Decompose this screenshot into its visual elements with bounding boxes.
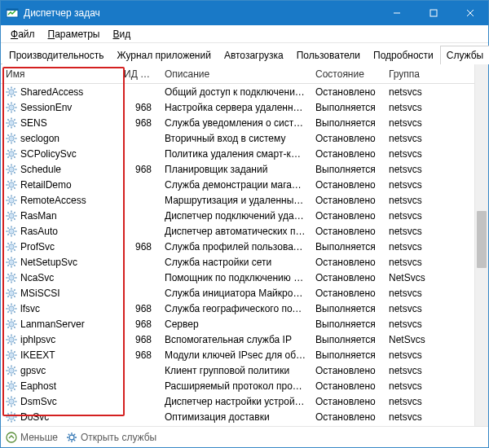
table-row[interactable]: Schedule968Планировщик заданийВыполняетс…	[1, 161, 474, 177]
service-group: netsvcs	[384, 394, 433, 409]
svg-point-150	[9, 336, 14, 341]
table-row[interactable]: RemoteAccessМаршрутизация и удаленный ..…	[1, 192, 474, 208]
svg-line-57	[14, 172, 15, 173]
tab-app-history[interactable]: Журнал приложений	[110, 46, 217, 64]
svg-line-146	[7, 320, 8, 321]
col-header-desc[interactable]: Описание	[160, 67, 311, 81]
table-row[interactable]: ProfSvc968Служба профилей пользовате...В…	[1, 239, 474, 254]
titlebar[interactable]: Диспетчер задач	[1, 1, 488, 25]
service-group: netsvcs	[384, 147, 433, 161]
table-row[interactable]: SENS968Служба уведомления о систем...Вып…	[1, 115, 474, 130]
service-group: netsvcs	[384, 85, 433, 99]
table-row[interactable]: SCPolicySvcПолитика удаления смарт-картО…	[1, 146, 474, 161]
service-icon	[6, 164, 17, 175]
service-pid: 968	[119, 332, 160, 347]
col-header-pid[interactable]: ИД п...	[119, 67, 160, 81]
tab-users[interactable]: Пользователи	[290, 46, 367, 64]
service-state: Выполняется	[311, 162, 384, 177]
table-row[interactable]: iphlpsvc968Вспомогательная служба IPВыпо…	[1, 332, 474, 347]
service-name: LanmanServer	[20, 318, 85, 330]
table-row[interactable]: NetSetupSvcСлужба настройки сетиОстановл…	[1, 254, 474, 270]
svg-line-41	[7, 141, 8, 142]
svg-line-22	[14, 103, 15, 104]
service-group: netsvcs	[384, 224, 433, 239]
table-row[interactable]: NcaSvcПомощник по подключению к...Остано…	[1, 270, 474, 285]
service-pid: 968	[119, 348, 160, 362]
tab-startup[interactable]: Автозагрузка	[218, 46, 290, 64]
service-group: netsvcs	[384, 348, 433, 362]
service-state: Выполняется	[311, 239, 384, 254]
table-row[interactable]: seclogonВторичный вход в системуОстановл…	[1, 130, 474, 146]
service-icon	[6, 257, 17, 268]
table-row[interactable]: gpsvcКлиент групповой политикиОстановлен…	[1, 362, 474, 378]
service-pid	[119, 276, 160, 279]
service-name: RetailDemo	[20, 179, 72, 191]
service-group: netsvcs	[384, 178, 433, 192]
maximize-button[interactable]	[415, 1, 452, 25]
table-row[interactable]: IKEEXT968Модули ключей IPsec для обм...В…	[1, 347, 474, 362]
svg-point-15	[9, 104, 14, 109]
table-row[interactable]: lfsvc968Служба географического поло...Вы…	[1, 301, 474, 316]
close-button[interactable]	[452, 1, 488, 25]
svg-line-76	[14, 196, 15, 197]
service-icon	[6, 117, 17, 129]
col-header-group[interactable]: Группа	[384, 67, 433, 81]
col-header-name[interactable]: Имя	[1, 67, 119, 81]
tab-performance[interactable]: Производительность	[2, 46, 110, 64]
svg-line-149	[7, 327, 8, 327]
minimize-button[interactable]	[378, 1, 415, 25]
grid-body: SharedAccessОбщий доступ к подключению..…	[1, 84, 474, 426]
svg-line-112	[14, 258, 15, 259]
service-pid	[119, 369, 160, 372]
table-row[interactable]: DsmSvcДиспетчер настройки устройствОстан…	[1, 393, 474, 409]
service-name: SCPolicySvc	[20, 148, 77, 160]
service-state: Остановлено	[311, 209, 384, 223]
svg-line-30	[14, 125, 15, 126]
service-desc: Служба профилей пользовате...	[160, 239, 311, 254]
svg-line-77	[7, 203, 8, 204]
service-desc: Модули ключей IPsec для обм...	[160, 348, 311, 362]
svg-line-56	[7, 165, 8, 166]
service-desc: Служба уведомления о систем...	[160, 116, 311, 130]
menu-file[interactable]: Файл	[4, 27, 42, 42]
svg-line-20	[7, 103, 8, 104]
svg-line-120	[14, 280, 15, 281]
table-row[interactable]: MSiSCSIСлужба инициатора Майкросо...Оста…	[1, 285, 474, 301]
table-row[interactable]: dmwappushservicedmwappushsvcОстановленоn…	[1, 424, 474, 426]
menu-view[interactable]: Вид	[106, 27, 137, 42]
service-pid: 968	[119, 239, 160, 254]
table-row[interactable]: SharedAccessОбщий доступ к подключению..…	[1, 84, 474, 99]
menu-options[interactable]: Параметры	[42, 27, 107, 42]
service-pid	[119, 415, 160, 419]
svg-line-29	[7, 119, 8, 120]
svg-line-102	[14, 249, 15, 250]
service-pid: 968	[119, 100, 160, 115]
svg-line-66	[14, 187, 15, 188]
svg-line-222	[68, 439, 69, 440]
open-services-button[interactable]: Открыть службы	[66, 432, 156, 443]
service-pid: 968	[119, 317, 160, 332]
table-row[interactable]: RasAutoДиспетчер автоматических по...Ост…	[1, 223, 474, 239]
service-desc: Вторичный вход в систему	[160, 131, 311, 146]
service-state: Остановлено	[311, 379, 384, 393]
table-row[interactable]: RasManДиспетчер подключений удале...Оста…	[1, 208, 474, 223]
table-row[interactable]: DoSvcОптимизация доставкиОстановленоnets…	[1, 409, 474, 424]
table-row[interactable]: LanmanServer968СерверВыполняетсяnetsvcs	[1, 316, 474, 332]
svg-line-39	[14, 141, 15, 142]
vertical-scrollbar[interactable]	[474, 64, 488, 426]
tab-details[interactable]: Подробности	[367, 46, 440, 64]
table-row[interactable]: SessionEnv968Настройка сервера удаленных…	[1, 99, 474, 115]
service-state: Выполняется	[311, 116, 384, 130]
svg-line-40	[14, 134, 15, 135]
scrollbar-thumb[interactable]	[477, 211, 487, 268]
tab-services[interactable]: Службы	[440, 46, 489, 64]
service-name: RemoteAccess	[20, 195, 86, 206]
svg-line-113	[7, 265, 8, 266]
service-group: netsvcs	[384, 410, 433, 424]
col-header-state[interactable]: Состояние	[311, 67, 384, 81]
table-row[interactable]: EaphostРасширяемый протокол прове...Оста…	[1, 378, 474, 393]
fewer-details-button[interactable]: Меньше	[6, 432, 58, 443]
table-row[interactable]: RetailDemoСлужба демонстрации магазинаОс…	[1, 177, 474, 192]
svg-line-182	[7, 382, 8, 383]
service-state: Остановлено	[311, 131, 384, 146]
